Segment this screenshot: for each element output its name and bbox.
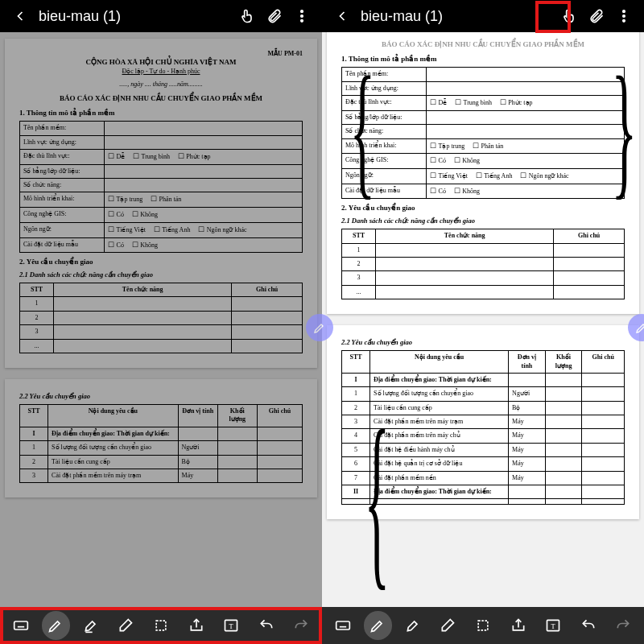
document-viewport-right[interactable]: BÁO CÁO XÁC ĐỊNH NHU CẦU CHUYỂN GIAO PHẦ… xyxy=(322,32,644,607)
undo-icon[interactable] xyxy=(574,611,603,640)
section-1: 1. Thông tin mô tả phần mềm xyxy=(341,55,625,64)
topbar-right: bieu-mau (1) xyxy=(322,0,644,32)
pen-icon[interactable] xyxy=(364,611,393,640)
attachment-icon[interactable] xyxy=(261,2,288,30)
section-2: 2. Yêu cầu chuyển giao xyxy=(341,204,625,213)
table-software-info: Tên phần mềm: Lĩnh vực ứng dụng: Đặc thù… xyxy=(341,67,625,199)
page-2-right: 2.2 Yêu cầu chuyển giao STTNội dung yêu … xyxy=(327,325,639,519)
section-2: 2. Yêu cầu chuyển giao xyxy=(19,258,303,267)
svg-text:T: T xyxy=(551,623,555,630)
table-functions: STTTên chức năngGhi chú 1 2 3 ... xyxy=(341,229,625,299)
redo-icon[interactable] xyxy=(287,611,316,640)
eraser-icon[interactable] xyxy=(434,611,463,640)
select-icon[interactable] xyxy=(147,611,175,640)
more-icon[interactable] xyxy=(288,2,316,30)
toolbar-right: T xyxy=(322,607,644,644)
table-requirements-left: STTNội dung yêu cầuĐơn vị tínhKhối lượng… xyxy=(19,404,303,483)
fab-button[interactable] xyxy=(306,314,333,341)
doc-title: bieu-mau (1) xyxy=(34,8,233,25)
document-viewport-left[interactable]: MẪU PM-01 CỘNG HÒA XÃ HỘI CHỦ NGHĨA VIỆT… xyxy=(0,32,322,607)
section-2-1: 2.1 Danh sách các chức năng cần chuyển g… xyxy=(19,270,303,279)
motto-line: Độc lập - Tự do - Hạnh phúc xyxy=(19,68,303,76)
toolbar-left: T xyxy=(0,607,322,644)
form-code: MẪU PM-01 xyxy=(19,50,303,58)
doc-title: bieu-mau (1) xyxy=(356,8,555,25)
section-2-1: 2.1 Danh sách các chức năng cần chuyển g… xyxy=(341,217,625,225)
page-1-right: BÁO CÁO XÁC ĐỊNH NHU CẦU CHUYỂN GIAO PHẦ… xyxy=(327,32,639,314)
highlighter-icon[interactable] xyxy=(76,611,105,640)
report-title-cut: BÁO CÁO XÁC ĐỊNH NHU CẦU CHUYỂN GIAO PHẦ… xyxy=(341,40,625,50)
back-icon[interactable] xyxy=(328,2,356,30)
svg-rect-10 xyxy=(156,621,166,630)
attachment-icon[interactable] xyxy=(583,2,610,30)
svg-point-15 xyxy=(623,20,625,23)
share-icon[interactable] xyxy=(182,611,211,640)
svg-rect-18 xyxy=(478,621,488,630)
pen-icon[interactable] xyxy=(42,611,71,640)
svg-point-14 xyxy=(623,15,625,18)
text-icon[interactable]: T xyxy=(539,611,568,640)
svg-rect-3 xyxy=(14,621,27,630)
keyboard-icon[interactable] xyxy=(328,611,357,640)
date-line: ....., ngày .... tháng .....năm......... xyxy=(19,80,303,89)
keyboard-icon[interactable] xyxy=(6,611,35,640)
page-1: MẪU PM-01 CỘNG HÒA XÃ HỘI CHỦ NGHĨA VIỆT… xyxy=(5,39,317,368)
section-2-2: 2.2 Yêu cầu chuyển giao xyxy=(341,338,625,347)
topbar-left: bieu-mau (1) xyxy=(0,0,322,32)
table-requirements-right: STTNội dung yêu cầuĐơn vị tínhKhối lượng… xyxy=(341,350,625,505)
eraser-icon[interactable] xyxy=(112,611,141,640)
svg-text:T: T xyxy=(229,623,233,630)
finger-draw-icon[interactable] xyxy=(555,2,583,30)
select-icon[interactable] xyxy=(469,611,497,640)
section-1: 1. Thông tin mô tả phần mềm xyxy=(19,109,303,118)
section-2-2: 2.2 Yêu cầu chuyển giao xyxy=(19,392,303,401)
svg-point-0 xyxy=(301,10,303,12)
svg-point-13 xyxy=(623,10,625,12)
finger-draw-icon[interactable] xyxy=(233,2,261,30)
share-icon[interactable] xyxy=(504,611,533,640)
highlighter-icon[interactable] xyxy=(398,611,427,640)
table-software-info: Tên phần mềm: Lĩnh vực ứng dụng: Đặc thù… xyxy=(19,121,303,253)
svg-point-2 xyxy=(301,20,303,23)
report-title: BÁO CÁO XÁC ĐỊNH NHU CẦU CHUYỂN GIAO PHẦ… xyxy=(19,94,303,104)
more-icon[interactable] xyxy=(610,2,638,30)
svg-rect-16 xyxy=(336,621,349,630)
redo-icon[interactable] xyxy=(609,611,638,640)
table-functions: STTTên chức năngGhi chú 1 2 3 ... xyxy=(19,283,303,353)
text-icon[interactable]: T xyxy=(217,611,246,640)
page-2-left: 2.2 Yêu cầu chuyển giao STTNội dung yêu … xyxy=(5,379,317,497)
back-icon[interactable] xyxy=(6,2,34,30)
country-line: CỘNG HÒA XÃ HỘI CHỦ NGHĨA VIỆT NAM xyxy=(19,58,303,68)
svg-point-1 xyxy=(301,15,303,18)
undo-icon[interactable] xyxy=(252,611,281,640)
